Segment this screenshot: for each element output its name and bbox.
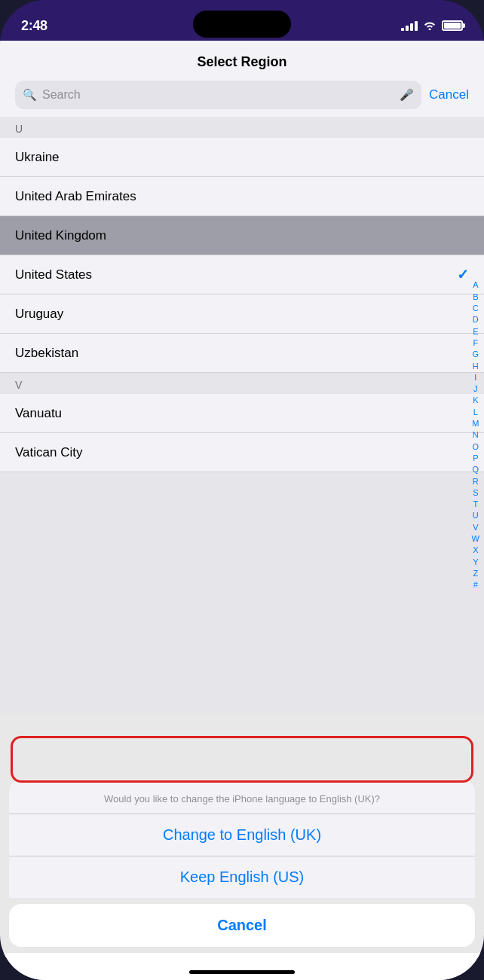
list-item-vanuatu[interactable]: Vanuatu bbox=[0, 394, 484, 433]
alpha-v[interactable]: V bbox=[472, 522, 479, 533]
alpha-y[interactable]: Y bbox=[472, 557, 479, 567]
alpha-g[interactable]: G bbox=[472, 349, 479, 359]
phone-frame: 2:48 Select Region bbox=[0, 0, 484, 980]
home-bar bbox=[189, 970, 295, 974]
item-text-vanuatu: Vanuatu bbox=[15, 406, 62, 421]
list-item-uruguay[interactable]: Uruguay bbox=[0, 295, 484, 334]
alpha-l[interactable]: L bbox=[472, 407, 479, 417]
mic-icon[interactable]: 🎤 bbox=[400, 88, 414, 102]
alpha-z[interactable]: Z bbox=[472, 568, 479, 579]
signal-bars-icon bbox=[401, 20, 418, 31]
action-sheet-message: Would you like to change the iPhone lang… bbox=[9, 780, 475, 814]
alpha-k[interactable]: K bbox=[472, 395, 479, 405]
alpha-hash[interactable]: # bbox=[472, 579, 479, 590]
item-text-vatican: Vatican City bbox=[15, 445, 82, 460]
red-outline-highlight bbox=[11, 736, 473, 783]
alpha-h[interactable]: H bbox=[472, 361, 479, 371]
list-item-us[interactable]: United States ✓ bbox=[0, 255, 484, 295]
change-language-button[interactable]: Change to English (UK) bbox=[9, 814, 475, 856]
item-text-us: United States bbox=[15, 267, 92, 282]
keep-language-button[interactable]: Keep English (US) bbox=[9, 856, 475, 898]
wifi-icon bbox=[423, 20, 437, 32]
item-text-uk: United Kingdom bbox=[15, 228, 106, 243]
search-placeholder: Search bbox=[42, 88, 394, 102]
sheet-title: Select Region bbox=[197, 54, 286, 69]
alpha-f[interactable]: F bbox=[472, 337, 479, 348]
sheet-title-row: Select Region bbox=[15, 54, 469, 81]
alphabet-index[interactable]: A B C D E F G H I J K L M N O P Q R S T … bbox=[472, 131, 479, 739]
screen-content: Select Region 🔍 Search 🎤 Cancel U Ukrain… bbox=[0, 41, 484, 980]
search-cancel-button[interactable]: Cancel bbox=[429, 87, 469, 102]
alpha-w[interactable]: W bbox=[472, 533, 479, 544]
item-text-uzbekistan: Uzbekistan bbox=[15, 346, 78, 361]
alpha-e[interactable]: E bbox=[472, 326, 479, 337]
alpha-d[interactable]: D bbox=[472, 314, 479, 325]
search-bar[interactable]: 🔍 Search 🎤 bbox=[15, 81, 421, 109]
alpha-b[interactable]: B bbox=[472, 292, 479, 302]
alpha-j[interactable]: J bbox=[472, 383, 479, 394]
alpha-o[interactable]: O bbox=[472, 441, 479, 452]
status-bar: 2:48 bbox=[0, 0, 484, 41]
battery-fill bbox=[444, 23, 461, 29]
sheet-header: Select Region 🔍 Search 🎤 Cancel bbox=[0, 41, 484, 117]
action-sheet-message-text: Would you like to change the iPhone lang… bbox=[104, 793, 380, 804]
alpha-c[interactable]: C bbox=[472, 303, 479, 313]
change-language-label: Change to English (UK) bbox=[163, 826, 321, 843]
cancel-bottom-button[interactable]: Cancel bbox=[9, 904, 475, 947]
status-icons bbox=[401, 20, 463, 32]
action-sheet-container: Would you like to change the iPhone lang… bbox=[9, 780, 475, 898]
keep-language-label: Keep English (US) bbox=[180, 869, 305, 885]
signal-bar-1 bbox=[401, 28, 404, 31]
search-icon: 🔍 bbox=[23, 88, 37, 102]
alpha-r[interactable]: R bbox=[472, 476, 479, 487]
signal-bar-3 bbox=[410, 23, 413, 31]
section-label-u: U bbox=[0, 117, 484, 138]
cancel-bottom-label: Cancel bbox=[217, 917, 267, 933]
section-label-v: V bbox=[0, 373, 484, 394]
alpha-u[interactable]: U bbox=[472, 510, 479, 521]
bottom-sheet: Would you like to change the iPhone lang… bbox=[0, 780, 484, 980]
alpha-s[interactable]: S bbox=[472, 487, 479, 498]
alpha-t[interactable]: T bbox=[472, 499, 479, 509]
alpha-a[interactable]: A bbox=[472, 279, 479, 290]
action-sheet-top: Would you like to change the iPhone lang… bbox=[9, 780, 475, 898]
list-item-vatican[interactable]: Vatican City bbox=[0, 433, 484, 472]
search-bar-row: 🔍 Search 🎤 Cancel bbox=[15, 81, 469, 117]
alpha-i[interactable]: I bbox=[472, 372, 479, 383]
checkmark-us: ✓ bbox=[457, 266, 469, 283]
item-text-uruguay: Uruguay bbox=[15, 307, 63, 322]
home-indicator bbox=[0, 953, 484, 980]
alpha-x[interactable]: X bbox=[472, 545, 479, 555]
alpha-p[interactable]: P bbox=[472, 453, 479, 463]
item-text-ukraine: Ukraine bbox=[15, 150, 60, 165]
list-area[interactable]: U Ukraine United Arab Emirates United Ki… bbox=[0, 117, 484, 713]
list-item-ukraine[interactable]: Ukraine bbox=[0, 138, 484, 177]
alpha-q[interactable]: Q bbox=[472, 464, 479, 475]
list-item-uae[interactable]: United Arab Emirates bbox=[0, 177, 484, 216]
signal-bar-2 bbox=[406, 26, 409, 31]
alpha-n[interactable]: N bbox=[472, 429, 479, 440]
dynamic-island bbox=[193, 11, 291, 38]
battery-icon bbox=[442, 20, 463, 31]
list-item-uzbekistan[interactable]: Uzbekistan bbox=[0, 334, 484, 373]
item-text-uae: United Arab Emirates bbox=[15, 189, 136, 204]
status-time: 2:48 bbox=[21, 18, 47, 34]
alpha-m[interactable]: M bbox=[472, 418, 479, 429]
signal-bar-4 bbox=[415, 21, 418, 31]
list-item-uk[interactable]: United Kingdom bbox=[0, 216, 484, 255]
